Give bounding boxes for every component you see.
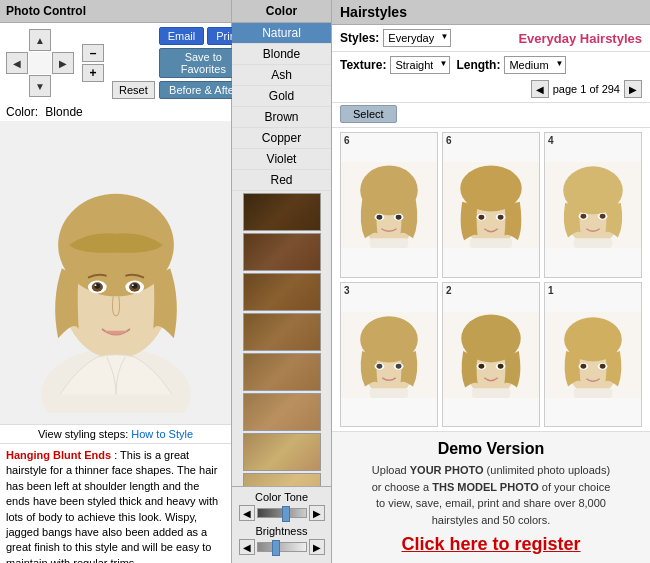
description-title: Hanging Blunt Ends — [6, 449, 111, 461]
hairstyle-cell-2[interactable]: 6 — [442, 132, 540, 278]
next-page-btn[interactable]: ▶ — [624, 80, 642, 98]
styles-controls-row: Styles: Everyday Everyday Hairstyles — [332, 25, 650, 52]
color-option-violet[interactable]: Violet — [232, 149, 331, 170]
demo-section: Demo Version Upload YOUR PHOTO (unlimite… — [332, 431, 650, 563]
email-btn[interactable]: Email — [159, 27, 205, 45]
svg-point-56 — [581, 363, 587, 368]
zoom-controls: – + — [82, 44, 104, 82]
brightness-plus-btn[interactable]: ▶ — [309, 539, 325, 555]
svg-point-42 — [396, 363, 402, 368]
svg-point-58 — [600, 363, 606, 368]
hairstyle-cell-1[interactable]: 6 — [340, 132, 438, 278]
right-panel: Hairstyles Styles: Everyday Everyday Hai… — [332, 0, 650, 563]
color-option-natural[interactable]: Natural — [232, 23, 331, 44]
svg-point-16 — [377, 215, 383, 220]
hairstyle-thumb-5 — [443, 283, 539, 427]
how-to-style-link[interactable]: How to Style — [131, 428, 193, 440]
color-value: Blonde — [45, 105, 82, 119]
texture-group: Texture: Straight — [340, 56, 450, 74]
hairstyles-header: Hairstyles — [332, 0, 650, 25]
page-nav: ◀ page 1 of 294 ▶ — [531, 80, 642, 98]
color-option-brown[interactable]: Brown — [232, 107, 331, 128]
description-text: : This is a great hairstyle for a thinne… — [6, 449, 218, 563]
svg-point-40 — [377, 363, 383, 368]
styling-steps-label: View styling steps: — [38, 428, 128, 440]
cell-number-3: 4 — [548, 135, 554, 146]
hairstyle-thumb-2 — [443, 133, 539, 277]
svg-point-7 — [94, 284, 96, 286]
color-option-blonde[interactable]: Blonde — [232, 44, 331, 65]
color-option-ash[interactable]: Ash — [232, 65, 331, 86]
zoom-out-btn[interactable]: – — [82, 44, 104, 62]
color-option-gold[interactable]: Gold — [232, 86, 331, 107]
color-header: Color — [232, 0, 331, 23]
length-select[interactable]: Medium — [504, 56, 566, 74]
photo-control-title: Photo Control — [6, 4, 86, 18]
cell-number-6: 1 — [548, 285, 554, 296]
svg-point-10 — [131, 283, 137, 289]
prev-page-btn[interactable]: ◀ — [531, 80, 549, 98]
register-link[interactable]: Click here to register — [340, 534, 642, 555]
swatch-2[interactable] — [243, 233, 321, 271]
svg-rect-51 — [472, 388, 510, 398]
select-btn[interactable]: Select — [340, 105, 397, 123]
brightness-minus-btn[interactable]: ◀ — [239, 539, 255, 555]
swatch-5[interactable] — [243, 353, 321, 391]
brightness-thumb[interactable] — [272, 540, 280, 556]
everyday-label: Everyday Hairstyles — [518, 31, 642, 46]
hairstyles-title: Hairstyles — [340, 4, 407, 20]
arrow-up-btn[interactable]: ▲ — [29, 29, 51, 51]
swatch-4[interactable] — [243, 313, 321, 351]
color-label-row: Color: Blonde — [0, 103, 231, 121]
hairstyle-cell-3[interactable]: 4 — [544, 132, 642, 278]
hairstyle-thumb-1 — [341, 133, 437, 277]
svg-rect-27 — [470, 238, 512, 248]
hairstyle-thumb-3 — [545, 133, 641, 277]
model-photo — [16, 133, 216, 413]
description-panel: Hanging Blunt Ends : This is a great hai… — [0, 443, 231, 563]
styling-steps: View styling steps: How to Style — [0, 424, 231, 443]
hairstyle-cell-5[interactable]: 2 — [442, 282, 540, 428]
svg-point-26 — [498, 215, 504, 220]
color-tone-slider-container: ◀ ▶ — [236, 505, 327, 521]
select-btn-row: Select — [332, 103, 650, 128]
swatch-6[interactable] — [243, 393, 321, 431]
swatch-7[interactable] — [243, 433, 321, 471]
texture-select[interactable]: Straight — [390, 56, 450, 74]
arrow-left-btn[interactable]: ◀ — [6, 52, 28, 74]
color-tone-plus-btn[interactable]: ▶ — [309, 505, 325, 521]
photo-control-header: Photo Control — [0, 0, 231, 23]
svg-rect-19 — [370, 238, 408, 248]
arrow-grid: ▲ ◀ ▶ ▼ — [6, 29, 74, 97]
swatch-3[interactable] — [243, 273, 321, 311]
hairstyle-cell-6[interactable]: 1 — [544, 282, 642, 428]
texture-label: Texture: — [340, 58, 386, 72]
color-swatches — [242, 191, 322, 486]
svg-point-6 — [94, 283, 100, 289]
color-option-copper[interactable]: Copper — [232, 128, 331, 149]
arrow-right-btn[interactable]: ▶ — [52, 52, 74, 74]
swatch-8[interactable] — [243, 473, 321, 486]
arrow-center — [29, 52, 51, 74]
color-tone-thumb[interactable] — [282, 506, 290, 522]
cell-number-4: 3 — [344, 285, 350, 296]
styles-select[interactable]: Everyday — [383, 29, 451, 47]
hairstyle-thumb-4 — [341, 283, 437, 427]
color-tone-minus-btn[interactable]: ◀ — [239, 505, 255, 521]
styles-select-wrapper: Everyday — [383, 29, 451, 47]
hairstyle-cell-4[interactable]: 3 — [340, 282, 438, 428]
arrow-down-btn[interactable]: ▼ — [29, 75, 51, 97]
length-group: Length: Medium — [456, 56, 566, 74]
reset-btn[interactable]: Reset — [112, 81, 155, 99]
swatch-1[interactable] — [243, 193, 321, 231]
hairstyle-grid: 6 6 — [332, 128, 650, 431]
svg-point-48 — [479, 363, 485, 368]
color-option-red[interactable]: Red — [232, 170, 331, 191]
styles-label: Styles: — [340, 31, 379, 45]
brightness-track[interactable] — [257, 542, 307, 552]
color-tone-section: Color Tone ◀ ▶ Brightness ◀ ▶ — [232, 486, 331, 563]
svg-point-32 — [581, 214, 587, 219]
color-tone-track[interactable] — [257, 508, 307, 518]
svg-rect-43 — [370, 388, 408, 398]
zoom-in-btn[interactable]: + — [82, 64, 104, 82]
